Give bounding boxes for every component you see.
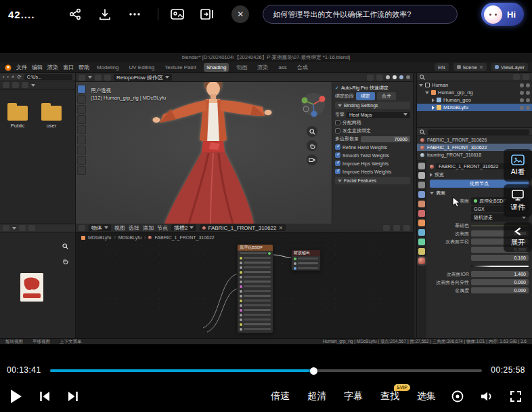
search-icon[interactable]	[420, 75, 425, 80]
pan-hand-icon[interactable]	[307, 140, 317, 151]
radius-z-value[interactable]: 0.100	[471, 255, 529, 261]
tool-cursor[interactable]	[77, 95, 86, 104]
properties-tab-material[interactable]	[418, 258, 425, 264]
expand-caret-icon[interactable]	[432, 106, 435, 110]
slots-search-input[interactable]	[428, 129, 529, 135]
next-episode-button[interactable]	[66, 390, 80, 403]
hide-eye-icon[interactable]	[520, 106, 524, 110]
properties-tab-render[interactable]	[418, 172, 425, 179]
outliner-row-armature[interactable]: Human_grp_rig	[417, 89, 532, 96]
ai-watch-button[interactable]: AI看	[504, 149, 532, 182]
principled-bsdf-node[interactable]: 原理化BSDF	[237, 244, 273, 333]
polycount-field[interactable]: 70000	[361, 136, 410, 142]
workspace-tab-ass[interactable]: ass	[275, 63, 289, 72]
volume-icon[interactable]	[479, 390, 494, 403]
render-visibility-icon[interactable]	[526, 98, 530, 102]
metallic-value[interactable]: 0.000	[471, 287, 529, 293]
courseware-button[interactable]: 课件	[504, 184, 532, 217]
checkbox-refine-hand[interactable]	[335, 144, 340, 150]
menu-render[interactable]: 渲染	[47, 64, 58, 71]
search-icon[interactable]	[420, 129, 425, 135]
download-icon[interactable]	[97, 6, 113, 22]
image-menu-icon[interactable]	[19, 225, 26, 231]
hide-eye-icon[interactable]	[520, 98, 524, 102]
tool-scale[interactable]	[77, 125, 86, 134]
language-toggle[interactable]: EN	[435, 63, 448, 71]
workspace-tab-rendering[interactable]: 渲染	[254, 62, 271, 73]
bind-button[interactable]: 绑定	[356, 92, 375, 100]
tool-rotate[interactable]	[77, 115, 86, 124]
menu-help[interactable]: 帮助	[79, 64, 89, 71]
navigation-gizmo[interactable]	[300, 91, 327, 118]
expand-caret-icon[interactable]	[432, 98, 435, 102]
subsurface-color-slider[interactable]	[471, 266, 529, 267]
slot-dropdown[interactable]: 插槽2	[171, 224, 196, 231]
properties-tab-viewlayer[interactable]	[418, 191, 425, 198]
expand-caret-icon[interactable]	[419, 84, 423, 87]
display-thumbnails-icon[interactable]	[3, 82, 9, 88]
snap-icon[interactable]	[393, 225, 400, 231]
progress-bar[interactable]	[50, 369, 482, 372]
nav-forward-icon[interactable]: ›	[7, 74, 9, 80]
search-in-video-button[interactable]: 查找 SVIP	[380, 390, 399, 403]
settings-icon[interactable]	[451, 390, 464, 403]
display-list-icon[interactable]	[12, 82, 19, 88]
shader-menu-node[interactable]: 节点	[157, 224, 168, 232]
hide-eye-icon[interactable]	[520, 91, 524, 95]
more-icon[interactable]	[127, 6, 143, 22]
nav-up-icon[interactable]: ˄	[12, 74, 14, 80]
checkbox-improve-heels[interactable]	[335, 169, 340, 174]
outliner-row-human[interactable]: Human	[417, 81, 532, 89]
render-visibility-icon[interactable]	[526, 83, 530, 87]
zoom-gizmo-icon[interactable]	[307, 126, 317, 137]
material-output-node[interactable]: 材质输出	[291, 249, 321, 271]
tool-select-box[interactable]	[77, 85, 86, 94]
expand-caret-icon[interactable]	[425, 91, 429, 94]
properties-tab-physics[interactable]	[418, 239, 425, 245]
close-icon[interactable]: ✕	[231, 5, 249, 23]
tool-annotate[interactable]	[77, 146, 86, 154]
tool-transform[interactable]	[77, 136, 86, 144]
shader-menu-select[interactable]: 选择	[129, 224, 139, 232]
menu-file[interactable]: 文件	[16, 64, 27, 71]
texture-thumbnail[interactable]	[20, 273, 43, 302]
outliner-row-geo[interactable]: Human_geo	[417, 96, 532, 104]
subsurface-anisotropy-value[interactable]: 0.000	[471, 279, 529, 285]
editor-type-icon[interactable]	[79, 225, 85, 231]
outliner-row-mdtoblyfu[interactable]: MDtoBLyfu	[417, 104, 532, 111]
shader-editor[interactable]: 物体 视图 选择 添加 节点 插槽2 FABRIC_1_FRONT_310622…	[76, 224, 413, 338]
checkbox-direct-bind[interactable]	[335, 128, 340, 133]
snap-magnet-icon[interactable]	[367, 75, 374, 81]
play-button[interactable]	[9, 388, 23, 405]
pin-icon[interactable]	[383, 225, 390, 231]
workspace-tab-texturepaint[interactable]: Texture Paint	[162, 63, 199, 72]
shader-menu-add[interactable]: 添加	[143, 224, 154, 232]
shading-wireframe-icon[interactable]	[386, 75, 390, 79]
previous-episode-button[interactable]	[38, 390, 51, 403]
binding-settings-section[interactable]: Binding Settings	[335, 102, 410, 109]
material-slot-item[interactable]: FABRIC_1_FRONT_310626	[417, 136, 532, 144]
chevron-down-icon[interactable]	[12, 227, 16, 230]
properties-tab-output[interactable]	[418, 182, 425, 188]
properties-tab-data[interactable]	[418, 248, 425, 255]
tool-addcube[interactable]	[77, 166, 86, 175]
render-visibility-icon[interactable]	[526, 106, 530, 110]
menu-edit[interactable]: 编辑	[32, 64, 43, 71]
expand-button[interactable]: 展开	[504, 222, 532, 252]
properties-tab-world[interactable]	[418, 210, 425, 217]
pip-panel-icon[interactable]	[199, 6, 215, 22]
transform-orientation-icon[interactable]	[104, 75, 111, 81]
filter-funnel-icon[interactable]	[513, 74, 520, 80]
checkbox-split-mesh[interactable]	[335, 120, 340, 125]
ai-assistant-button[interactable]: Hi	[481, 3, 524, 26]
retopoflow-menu[interactable]: RetopoFlow 操作区	[114, 74, 172, 81]
shading-material-icon[interactable]	[399, 75, 403, 79]
properties-tab-modifiers[interactable]	[418, 229, 425, 236]
nav-back-icon[interactable]: ‹	[3, 74, 5, 80]
shading-rendered-icon[interactable]	[406, 75, 410, 79]
workspace-tab-shading[interactable]: Shading	[204, 63, 229, 72]
shading-solid-icon[interactable]	[393, 75, 397, 79]
subtitles-button[interactable]: 字幕	[344, 390, 363, 403]
proportional-edit-icon[interactable]	[376, 75, 383, 81]
hand-tool-icon[interactable]	[60, 255, 70, 266]
